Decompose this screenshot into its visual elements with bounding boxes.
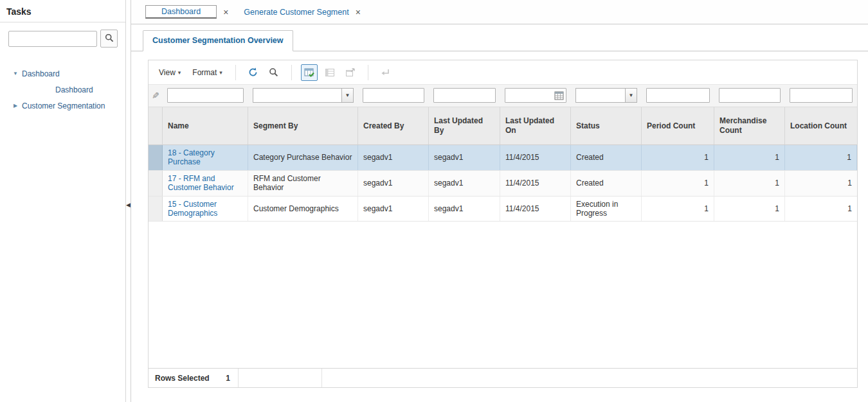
- tasks-search-input[interactable]: [8, 31, 97, 47]
- column-header-status[interactable]: Status: [571, 107, 642, 144]
- tree-node-dashboard-child[interactable]: Dashboard: [0, 82, 125, 98]
- cell-segment-by: Category Purchase Behavior: [248, 145, 358, 170]
- cell-location-count: 1: [785, 145, 857, 170]
- cell-last-updated-by: segadv1: [429, 145, 500, 170]
- cell-status: Created: [571, 171, 642, 196]
- subtab-customer-segmentation-overview[interactable]: Customer Segmentation Overview: [143, 30, 293, 51]
- column-header-created-by[interactable]: Created By: [358, 107, 429, 144]
- chevron-down-icon: ▼: [629, 92, 634, 98]
- toolbar-separator: [291, 65, 292, 80]
- segment-link[interactable]: 18 - Category Purchase: [168, 148, 242, 167]
- document-tab-bar: Dashboard × Generate Customer Segment ×: [131, 0, 868, 24]
- cell-period-count: 1: [642, 171, 714, 196]
- tasks-title: Tasks: [0, 0, 125, 22]
- column-header-location-count[interactable]: Location Count: [785, 107, 857, 144]
- format-menu-button[interactable]: Format ▾: [188, 66, 226, 80]
- cell-location-count: 1: [785, 197, 857, 222]
- column-header-name[interactable]: Name: [163, 107, 248, 144]
- table-row[interactable]: 18 - Category Purchase Category Purchase…: [149, 145, 857, 171]
- cell-segment-by: RFM and Customer Behavior: [248, 171, 358, 196]
- cell-segment-by: Customer Demographics: [248, 197, 358, 222]
- app-root: Tasks ▼ Dashboard Dashboard ▶ Customer S…: [0, 0, 868, 402]
- tab-dashboard-label: Dashboard: [145, 5, 217, 19]
- column-header-merchandise-count[interactable]: Merchandise Count: [714, 107, 785, 144]
- table-toolbar: View ▾ Format ▾: [149, 60, 857, 85]
- expanded-toggle-icon[interactable]: ▼: [12, 71, 19, 76]
- toolbar-separator: [235, 65, 236, 80]
- cell-period-count: 1: [642, 197, 714, 222]
- collapse-pane-icon[interactable]: ◀: [126, 199, 131, 211]
- column-header-period-count[interactable]: Period Count: [642, 107, 714, 144]
- detach-icon: [342, 64, 359, 81]
- status-bar-cell: [239, 369, 322, 387]
- view-menu-label: View: [159, 68, 176, 77]
- cell-created-by: segadv1: [358, 197, 429, 222]
- column-header-last-updated-by[interactable]: Last Updated By: [429, 107, 500, 144]
- rows-selected-label: Rows Selected: [155, 374, 210, 383]
- cell-period-count: 1: [642, 145, 714, 170]
- cell-merchandise-count: 1: [714, 197, 785, 222]
- tasks-panel: Tasks ▼ Dashboard Dashboard ▶ Customer S…: [0, 0, 126, 402]
- filter-created-by-input[interactable]: [363, 88, 424, 103]
- close-icon[interactable]: ×: [223, 8, 228, 17]
- row-select-gutter[interactable]: [149, 145, 163, 170]
- tree-node-dashboard[interactable]: ▼ Dashboard: [0, 66, 125, 82]
- tasks-search-button[interactable]: [100, 30, 118, 48]
- edit-pencil-icon[interactable]: ✎: [152, 91, 159, 101]
- close-icon[interactable]: ×: [356, 8, 361, 17]
- filter-status-input[interactable]: [575, 88, 625, 103]
- sidebar-item-dashboard[interactable]: Dashboard: [22, 69, 60, 78]
- tasks-search: [0, 22, 125, 51]
- cell-last-updated-on: 11/4/2015: [500, 145, 571, 170]
- collapsed-toggle-icon[interactable]: ▶: [12, 103, 19, 109]
- sidebar-item-dashboard-link[interactable]: Dashboard: [55, 85, 93, 94]
- cell-status: Created: [571, 145, 642, 170]
- cell-merchandise-count: 1: [714, 171, 785, 196]
- table-row[interactable]: 15 - Customer Demographics Customer Demo…: [149, 197, 857, 222]
- filter-segment-by-dropdown[interactable]: ▼: [341, 88, 354, 103]
- segment-link[interactable]: 17 - RFM and Customer Behavior: [168, 174, 242, 193]
- filter-segment-by-input[interactable]: [253, 88, 341, 103]
- filter-last-updated-by-input[interactable]: [433, 88, 496, 103]
- main-area: Dashboard × Generate Customer Segment × …: [131, 0, 868, 402]
- table-status-bar: Rows Selected 1: [149, 368, 857, 387]
- table-empty-area: [149, 222, 857, 368]
- filter-merchandise-count-input[interactable]: [719, 88, 781, 103]
- rows-selected-cell: Rows Selected 1: [149, 369, 239, 387]
- tree-node-customer-segmentation[interactable]: ▶ Customer Segmentation: [0, 98, 125, 114]
- rows-selected-value: 1: [226, 374, 230, 383]
- tab-dashboard[interactable]: Dashboard ×: [138, 0, 236, 24]
- cell-last-updated-on: 11/4/2015: [500, 171, 571, 196]
- filter-row: ✎ ▼: [149, 85, 857, 107]
- refresh-icon[interactable]: [245, 64, 262, 81]
- sidebar-item-customer-segmentation[interactable]: Customer Segmentation: [22, 101, 105, 110]
- table-header-row: Name Segment By Created By Last Updated …: [149, 107, 857, 145]
- row-select-gutter[interactable]: [149, 197, 163, 222]
- row-select-gutter[interactable]: [149, 171, 163, 196]
- cell-last-updated-by: segadv1: [429, 197, 500, 222]
- filter-name-input[interactable]: [167, 88, 244, 103]
- cell-created-by: segadv1: [358, 171, 429, 196]
- filter-period-count-input[interactable]: [646, 88, 710, 103]
- cell-created-by: segadv1: [358, 145, 429, 170]
- tab-generate-customer-segment[interactable]: Generate Customer Segment ×: [236, 0, 368, 24]
- cell-last-updated-on: 11/4/2015: [500, 197, 571, 222]
- segment-link[interactable]: 15 - Customer Demographics: [168, 200, 242, 218]
- table-row[interactable]: 17 - RFM and Customer Behavior RFM and C…: [149, 171, 857, 197]
- cell-last-updated-by: segadv1: [429, 171, 500, 196]
- view-menu-button[interactable]: View ▾: [155, 66, 185, 80]
- column-header-last-updated-on[interactable]: Last Updated On: [500, 107, 571, 144]
- cell-location-count: 1: [785, 171, 857, 196]
- query-by-example-icon[interactable]: [301, 64, 318, 81]
- filter-status-dropdown[interactable]: ▼: [625, 88, 637, 103]
- search-icon: [105, 33, 114, 44]
- panel-splitter[interactable]: ◀: [126, 0, 131, 402]
- segments-table-panel: View ▾ Format ▾: [148, 60, 858, 388]
- calendar-icon[interactable]: [554, 91, 564, 102]
- filter-location-count-input[interactable]: [790, 88, 853, 103]
- search-icon[interactable]: [266, 64, 282, 81]
- cell-merchandise-count: 1: [714, 145, 785, 170]
- column-header-segment-by[interactable]: Segment By: [248, 107, 358, 144]
- chevron-down-icon: ▾: [219, 69, 222, 76]
- chevron-down-icon: ▼: [345, 92, 350, 98]
